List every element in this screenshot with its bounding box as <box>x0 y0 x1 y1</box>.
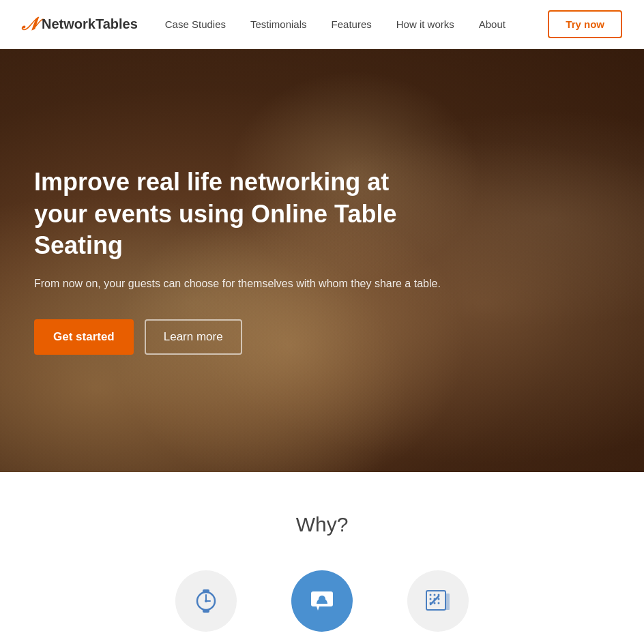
person-icon-circle <box>291 570 353 632</box>
why-title: Why? <box>22 513 622 536</box>
get-started-button[interactable]: Get started <box>34 319 134 355</box>
try-now-button[interactable]: Try now <box>548 10 622 38</box>
svg-point-19 <box>438 602 440 604</box>
nav-about[interactable]: About <box>479 18 506 30</box>
svg-rect-4 <box>203 609 209 613</box>
hero-section: Improve real life networking at your eve… <box>0 49 644 472</box>
logo[interactable]: 𝒩 NetworkTables <box>22 14 138 35</box>
hero-content: Improve real life networking at your eve… <box>0 166 478 355</box>
svg-rect-3 <box>203 589 209 593</box>
svg-point-16 <box>438 598 440 600</box>
logo-icon: 𝒩 <box>22 14 36 35</box>
svg-point-14 <box>430 598 432 600</box>
why-icons-row <box>22 570 622 632</box>
nav-features[interactable]: Features <box>332 18 372 30</box>
watch-icon-circle <box>175 570 237 632</box>
svg-point-11 <box>430 594 432 596</box>
logo-text: NetworkTables <box>42 16 138 32</box>
svg-marker-8 <box>317 606 319 611</box>
nav-case-studies[interactable]: Case Studies <box>165 18 226 30</box>
chart-icon <box>424 587 452 615</box>
svg-point-12 <box>434 594 436 596</box>
hero-title: Improve real life networking at your eve… <box>34 166 443 262</box>
nav-links: Case Studies Testimonials Features How i… <box>165 18 548 30</box>
hero-buttons: Get started Learn more <box>34 319 443 355</box>
nav-testimonials[interactable]: Testimonials <box>250 18 307 30</box>
svg-rect-10 <box>445 594 450 610</box>
nav-how-it-works[interactable]: How it works <box>396 18 454 30</box>
why-icon-watch <box>175 570 237 632</box>
why-icon-person <box>291 570 353 632</box>
chart-icon-circle <box>407 570 469 632</box>
why-section: Why? <box>0 472 644 644</box>
why-icon-chart <box>407 570 469 632</box>
svg-rect-9 <box>426 591 445 610</box>
learn-more-button[interactable]: Learn more <box>145 319 242 355</box>
person-chat-icon <box>308 587 336 615</box>
watch-icon <box>191 586 221 616</box>
navbar: 𝒩 NetworkTables Case Studies Testimonial… <box>0 0 644 49</box>
hero-subtitle: From now on, your guests can choose for … <box>34 276 443 292</box>
svg-point-5 <box>205 600 207 602</box>
svg-point-18 <box>434 602 436 604</box>
